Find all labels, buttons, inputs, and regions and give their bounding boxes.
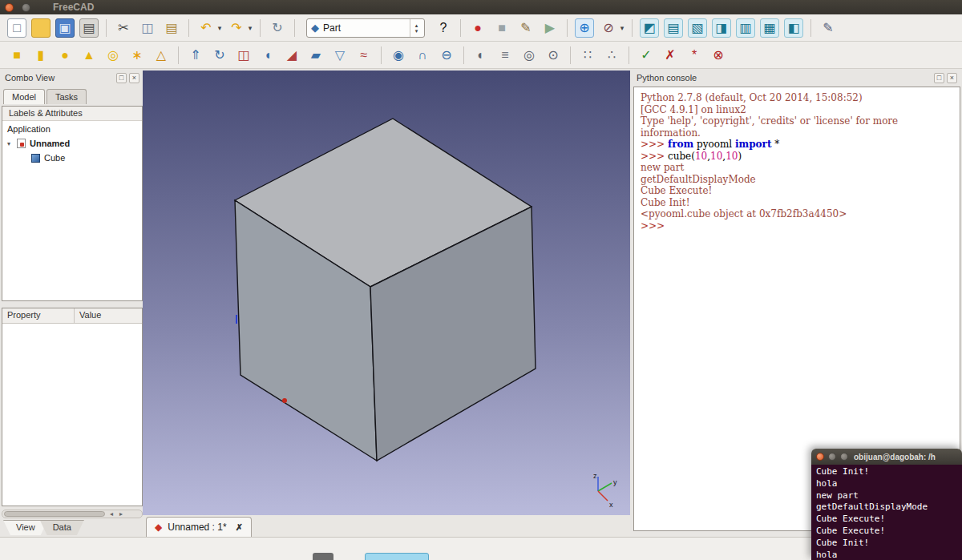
part-loft-icon[interactable]: ▽ <box>330 46 350 65</box>
new-file-icon[interactable]: □ <box>7 18 26 38</box>
part-shapebuilder-icon[interactable]: △ <box>152 46 171 65</box>
background-window-fragment <box>365 553 429 560</box>
copy-icon[interactable]: ◫ <box>138 18 157 38</box>
part-check-geometry-icon[interactable]: ✓ <box>637 46 656 65</box>
view-axonometric-icon[interactable]: ◩ <box>640 18 659 38</box>
document-tab[interactable]: ◆ Unnamed : 1* ✗ <box>146 517 252 537</box>
tab-tasks[interactable]: Tasks <box>46 89 87 104</box>
console-text-segment: new part <box>641 162 684 173</box>
draw-style-dropdown-icon[interactable]: ▾ <box>618 18 626 38</box>
macro-stop-icon[interactable]: ■ <box>492 18 511 38</box>
property-column-header[interactable]: Property <box>2 308 75 323</box>
window-close-button[interactable] <box>5 3 14 12</box>
scroll-left-button[interactable]: ◂ <box>107 510 116 518</box>
part-refine-shape-icon[interactable]: * <box>685 46 704 65</box>
view-front-icon[interactable]: ▤ <box>664 18 683 38</box>
view-right-icon[interactable]: ◨ <box>712 18 731 38</box>
3d-viewport[interactable]: z y x <box>143 71 630 515</box>
combo-view-float-button[interactable]: □ <box>116 73 127 83</box>
print-icon[interactable]: ▤ <box>79 18 99 38</box>
terminal-title: obijuan@dagobah: /h <box>854 453 936 461</box>
terminal-titlebar[interactable]: obijuan@dagobah: /h <box>811 449 962 465</box>
macro-record-icon[interactable]: ● <box>468 18 487 38</box>
terminal-close-button[interactable] <box>816 453 824 461</box>
spinner-up-icon[interactable]: ▴ <box>415 22 418 28</box>
combo-view-close-button[interactable]: × <box>129 73 139 83</box>
value-column-header[interactable]: Value <box>75 308 142 323</box>
part-extrude-icon[interactable]: ⇑ <box>186 46 205 65</box>
scrollbar-thumb[interactable] <box>4 511 105 517</box>
workbench-spinner[interactable]: ▴ ▾ <box>410 19 422 37</box>
macro-play-icon[interactable]: ▶ <box>540 18 560 38</box>
zoom-fit-icon[interactable]: ⊕ <box>575 18 594 38</box>
python-console-close-button[interactable]: × <box>947 73 957 83</box>
part-fillet-icon[interactable]: ◖ <box>258 46 277 65</box>
part-offset-icon[interactable]: ◎ <box>519 46 539 65</box>
console-text-segment: cube( <box>668 151 695 162</box>
document-tab-close-icon[interactable]: ✗ <box>236 522 243 533</box>
undo-dropdown-icon[interactable]: ▾ <box>216 18 224 38</box>
part-remove-shape-icon[interactable]: ⊗ <box>709 46 728 65</box>
measure-icon[interactable]: ✎ <box>819 18 838 38</box>
part-mirror-icon[interactable]: ◫ <box>234 46 253 65</box>
part-cone-icon[interactable]: ▲ <box>79 46 99 65</box>
draw-style-icon[interactable]: ⊘ <box>599 18 618 38</box>
view-rear-icon[interactable]: ▥ <box>736 18 755 38</box>
z-axis-label: z <box>593 472 597 480</box>
view-top-icon[interactable]: ▧ <box>688 18 707 38</box>
view-bottom-icon[interactable]: ▦ <box>760 18 779 38</box>
tree-item-cube[interactable]: Cube <box>2 151 142 164</box>
part-thickness-icon[interactable]: ⊙ <box>544 46 563 65</box>
terminal-maximize-button[interactable] <box>840 453 848 461</box>
part-primitives-icon[interactable]: ∗ <box>127 46 147 65</box>
part-section-icon[interactable]: ◐ <box>471 46 491 65</box>
refresh-icon[interactable]: ↻ <box>268 18 287 38</box>
combo-view-panel: Combo View □ × Model Tasks Labels & Attr… <box>2 71 143 535</box>
part-defeaturing-icon[interactable]: ✗ <box>661 46 680 65</box>
part-boolean-union-icon[interactable]: ◉ <box>389 46 408 65</box>
part-boolean-common-icon[interactable]: ∩ <box>413 46 432 65</box>
part-sweep-icon[interactable]: ≈ <box>354 46 374 65</box>
terminal-minimize-button[interactable] <box>828 453 836 461</box>
scroll-right-button[interactable]: ▸ <box>116 510 126 518</box>
part-sphere-icon[interactable]: ● <box>55 46 75 65</box>
cut-icon[interactable]: ✂ <box>114 18 133 38</box>
workbench-selector[interactable]: ◆ Part ▴ ▾ <box>306 18 425 38</box>
undo-icon[interactable]: ↶ <box>196 18 216 38</box>
tree-item-unnamed[interactable]: ▾ Unnamed <box>2 137 142 150</box>
view-left-icon[interactable]: ◧ <box>784 18 803 38</box>
terminal-output[interactable]: Cube Init!holanew partgetDefaultDisplayM… <box>811 465 962 560</box>
toolbar-separator <box>810 19 811 37</box>
terminal-window[interactable]: obijuan@dagobah: /h Cube Init!holanew pa… <box>811 449 962 560</box>
spinner-down-icon[interactable]: ▾ <box>415 28 418 34</box>
part-cross-sections-icon[interactable]: ≡ <box>495 46 515 65</box>
toolbar-separator <box>629 46 629 64</box>
part-cylinder-icon[interactable]: ▮ <box>31 46 51 65</box>
macro-edit-icon[interactable]: ✎ <box>516 18 536 38</box>
redo-icon[interactable]: ↷ <box>227 18 246 38</box>
python-console-float-button[interactable]: □ <box>934 73 944 83</box>
part-chamfer-icon[interactable]: ◢ <box>282 46 301 65</box>
tab-data[interactable]: Data <box>40 520 84 535</box>
part-revolve-icon[interactable]: ↻ <box>210 46 229 65</box>
3d-scene[interactable] <box>143 71 630 515</box>
console-text-segment: getDefaultDisplayMode <box>641 174 756 185</box>
part-compound-icon[interactable]: ∷ <box>578 46 597 65</box>
window-minimize-button[interactable] <box>22 3 30 12</box>
part-ruled-surface-icon[interactable]: ▰ <box>306 46 325 65</box>
part-box-icon[interactable]: ■ <box>7 46 26 65</box>
tree-item-application[interactable]: Application <box>2 123 142 135</box>
combo-view-bottom-tabs: View Data <box>3 520 76 535</box>
tab-model[interactable]: Model <box>3 89 45 104</box>
redo-dropdown-icon[interactable]: ▾ <box>246 18 254 38</box>
paste-icon[interactable]: ▤ <box>162 18 181 38</box>
part-explode-compound-icon[interactable]: ∴ <box>602 46 621 65</box>
open-folder-icon[interactable] <box>31 18 51 38</box>
part-boolean-cut-icon[interactable]: ⊖ <box>437 46 456 65</box>
horizontal-scrollbar[interactable]: ◂ ▸ <box>2 510 143 518</box>
part-torus-icon[interactable]: ◎ <box>103 46 123 65</box>
tree-expander-icon[interactable]: ▾ <box>7 140 16 147</box>
save-icon[interactable]: ▣ <box>55 18 75 38</box>
window-titlebar[interactable]: FreeCAD <box>0 0 962 14</box>
whats-this-icon[interactable]: ? <box>434 18 453 38</box>
